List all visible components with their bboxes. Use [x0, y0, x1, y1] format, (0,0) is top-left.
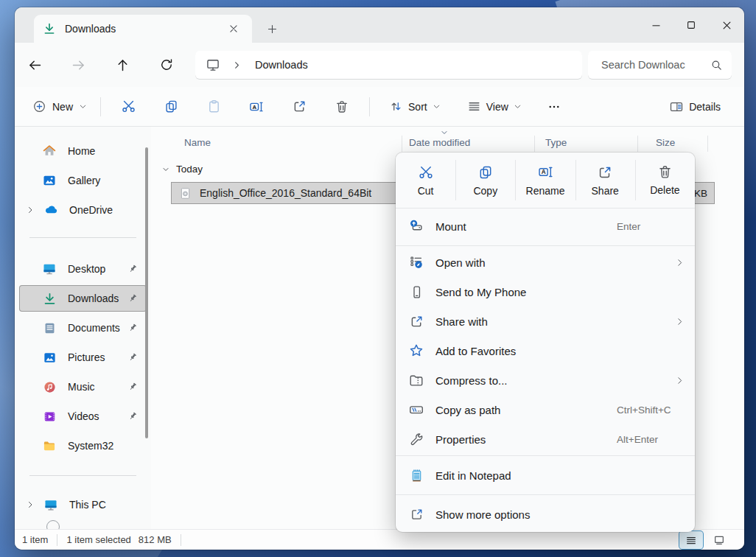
- wrench-icon: [407, 432, 425, 447]
- more-options-button[interactable]: [540, 93, 568, 121]
- search-placeholder: Search Downloac: [601, 59, 710, 71]
- rename-button[interactable]: A: [240, 93, 273, 121]
- status-divider: [57, 534, 57, 546]
- column-divider[interactable]: [637, 136, 638, 152]
- sidebar-scrollbar[interactable]: [145, 147, 148, 438]
- pin-icon: [125, 323, 141, 333]
- sidebar-item-music[interactable]: Music: [19, 374, 147, 400]
- menu-item-mount[interactable]: Mount Enter: [396, 209, 695, 244]
- sidebar-item-downloads[interactable]: Downloads: [19, 285, 147, 312]
- tab-close-icon[interactable]: [224, 19, 243, 38]
- copy-as-path-icon: [407, 402, 425, 418]
- details-view-toggle[interactable]: [679, 531, 703, 549]
- sidebar-item-home[interactable]: Home: [19, 138, 147, 164]
- column-name[interactable]: Name: [184, 137, 211, 148]
- sort-label: Sort: [408, 101, 427, 113]
- sidebar-item-videos[interactable]: Videos: [19, 403, 147, 430]
- home-icon: [40, 144, 59, 158]
- open-with-icon: [407, 254, 425, 270]
- sidebar-divider: [29, 237, 136, 238]
- sort-button[interactable]: Sort: [382, 95, 448, 118]
- submenu-chevron-icon: [675, 376, 685, 385]
- gallery-icon: [40, 173, 59, 188]
- details-label: Details: [689, 101, 721, 113]
- sort-icon: [389, 99, 403, 113]
- sidebar-item-pictures[interactable]: Pictures: [19, 344, 147, 371]
- menu-item-open-with[interactable]: Open with: [396, 248, 695, 277]
- sidebar-item-label: Downloads: [68, 292, 125, 304]
- address-bar[interactable]: Downloads: [195, 51, 582, 79]
- quick-share-button[interactable]: Share: [575, 153, 635, 208]
- column-date-modified[interactable]: Date modified: [409, 137, 470, 148]
- group-header-today[interactable]: Today: [161, 164, 203, 175]
- share-button[interactable]: [283, 93, 315, 121]
- mount-icon: [407, 218, 425, 234]
- search-icon[interactable]: [710, 59, 723, 71]
- menu-item-properties[interactable]: Properties Alt+Enter: [396, 424, 695, 454]
- details-pane-button[interactable]: Details: [662, 95, 728, 119]
- column-headers: Name Date modified Type Size: [151, 133, 744, 155]
- videos-icon: [40, 410, 59, 424]
- sidebar-item-system32[interactable]: System32: [19, 432, 147, 459]
- chevron-right-icon[interactable]: [232, 60, 242, 70]
- quick-cut-button[interactable]: Cut: [396, 153, 455, 208]
- menu-item-share-with[interactable]: Share with: [396, 306, 695, 336]
- sidebar-item-documents[interactable]: Documents: [19, 315, 147, 341]
- forward-button[interactable]: [66, 52, 91, 77]
- quick-copy-button[interactable]: Copy: [455, 153, 515, 208]
- menu-item-compress-to[interactable]: Compress to...: [396, 365, 695, 395]
- chevron-right-icon[interactable]: [21, 500, 40, 509]
- chevron-right-icon[interactable]: [21, 206, 40, 214]
- menu-item-label: Compress to...: [435, 374, 508, 387]
- large-icons-view-toggle[interactable]: [707, 531, 731, 549]
- new-button[interactable]: New: [25, 95, 94, 118]
- menu-item-label: Add to Favorites: [435, 345, 516, 357]
- column-divider[interactable]: [707, 136, 708, 152]
- back-button[interactable]: [22, 52, 47, 77]
- column-divider[interactable]: [402, 136, 402, 152]
- column-size[interactable]: Size: [656, 137, 675, 148]
- sidebar-item-desktop[interactable]: Desktop: [19, 256, 147, 282]
- documents-icon: [40, 321, 59, 335]
- column-divider[interactable]: [534, 136, 535, 152]
- up-button[interactable]: [110, 52, 135, 77]
- menu-shortcut: Enter: [617, 221, 640, 232]
- new-tab-button[interactable]: [261, 18, 283, 39]
- sidebar-item-gallery[interactable]: Gallery: [19, 167, 147, 194]
- chevron-down-icon[interactable]: [161, 165, 170, 174]
- view-icon: [467, 99, 481, 113]
- submenu-chevron-icon: [675, 258, 685, 267]
- column-type[interactable]: Type: [545, 137, 567, 148]
- breadcrumb[interactable]: Downloads: [255, 59, 308, 71]
- copy-button[interactable]: [155, 93, 187, 121]
- view-button[interactable]: View: [460, 95, 529, 118]
- menu-item-copy-as-path[interactable]: Copy as path Ctrl+Shift+C: [396, 395, 695, 424]
- status-bar: 1 item 1 item selected 812 MB: [15, 529, 744, 550]
- quick-rename-button[interactable]: A Rename: [515, 153, 575, 208]
- svg-text:A: A: [541, 169, 545, 175]
- maximize-button[interactable]: [673, 7, 709, 43]
- refresh-button[interactable]: [154, 52, 179, 77]
- chevron-down-icon: [514, 102, 522, 111]
- menu-item-add-to-favorites[interactable]: Add to Favorites: [396, 336, 695, 365]
- close-button[interactable]: [709, 7, 744, 43]
- download-icon: [43, 22, 56, 35]
- tab-downloads[interactable]: Downloads: [34, 15, 252, 43]
- download-icon: [40, 292, 59, 306]
- cut-button[interactable]: [112, 93, 144, 121]
- sidebar-item-onedrive[interactable]: OneDrive: [19, 197, 147, 223]
- minimize-button[interactable]: [638, 7, 673, 43]
- menu-item-edit-in-notepad[interactable]: Edit in Notepad: [396, 458, 695, 493]
- search-box[interactable]: Search Downloac: [588, 51, 732, 79]
- menu-divider: [396, 245, 695, 246]
- pin-icon: [125, 293, 141, 304]
- menu-item-show-more-options[interactable]: Show more options: [396, 497, 695, 532]
- sidebar-item-label: System32: [68, 440, 147, 452]
- menu-item-label: Mount: [435, 220, 466, 233]
- sidebar-item-this-pc[interactable]: This PC: [19, 491, 147, 518]
- paste-button[interactable]: [197, 93, 230, 121]
- delete-button[interactable]: [326, 93, 358, 121]
- quick-actions: Cut Copy A Rename Share: [396, 153, 695, 209]
- menu-item-send-to-my-phone[interactable]: Send to My Phone: [396, 277, 695, 306]
- quick-delete-button[interactable]: Delete: [635, 153, 695, 208]
